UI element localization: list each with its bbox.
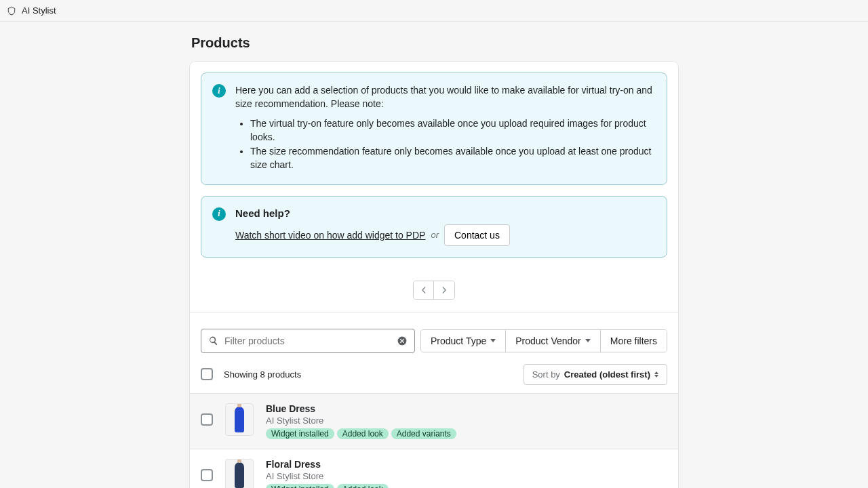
status-badge: Widget installed [266,484,334,488]
product-row[interactable]: Blue DressAI Stylist StoreWidget install… [190,394,678,449]
sort-value: Created (oldest first) [564,369,650,380]
help-banner: i Need help? Watch short video on how ad… [201,196,667,258]
topbar: AI Stylist [0,0,868,22]
sort-prefix: Sort by [532,369,560,380]
product-badges: Widget installedAdded lookAdded variants [266,428,667,439]
product-vendor-label: Product Vendor [515,336,581,346]
help-heading: Need help? [235,207,656,219]
banner-bullets: The virtual try-on feature only becomes … [250,117,656,171]
sort-button[interactable]: Sort by Created (oldest first) [524,364,667,385]
status-badge: Added look [337,428,389,439]
or-text: or [431,230,439,240]
more-filters-button[interactable]: More filters [600,330,667,352]
product-thumbnail [225,403,254,436]
search-icon [208,336,219,346]
product-vendor: AI Stylist Store [266,415,667,426]
product-name: Floral Dress [266,459,667,470]
app-title: AI Stylist [22,5,56,16]
status-badge: Added look [337,484,389,488]
banner-intro: Here you can add a selection of products… [235,84,656,110]
app-icon [7,6,16,16]
watch-video-link[interactable]: Watch short video on how add widget to P… [235,230,425,241]
clear-search-icon[interactable] [397,336,408,346]
status-badge: Added variants [391,428,456,439]
product-row[interactable]: Floral DressAI Stylist StoreWidget insta… [190,449,678,488]
list-subheader: Showing 8 products Sort by Created (olde… [190,361,678,393]
chevron-right-icon [441,287,448,293]
product-name: Blue Dress [266,403,667,414]
status-badge: Widget installed [266,428,334,439]
filter-group: Product Type Product Vendor More filters [420,329,667,352]
search-input-wrap[interactable] [201,329,415,353]
caret-down-icon [490,339,496,342]
page-title: Products [190,35,678,51]
main-card: i Here you can add a selection of produc… [190,62,678,488]
prev-page-button[interactable] [414,281,434,299]
caret-down-icon [585,339,591,342]
next-page-button[interactable] [434,281,454,299]
info-banner: i Here you can add a selection of produc… [201,73,667,185]
showing-count: Showing 8 products [224,369,301,380]
banner-bullet: The size recommendation feature only bec… [250,145,656,171]
more-filters-label: More filters [610,336,657,346]
product-list: Blue DressAI Stylist StoreWidget install… [190,393,678,488]
select-all-checkbox[interactable] [201,368,213,380]
chevron-left-icon [420,287,427,293]
product-thumbnail [225,459,254,488]
filter-products-input[interactable] [224,336,391,346]
product-vendor-filter[interactable]: Product Vendor [505,330,600,352]
contact-us-button[interactable]: Contact us [444,224,510,246]
product-type-filter[interactable]: Product Type [421,330,505,352]
info-icon: i [212,207,226,221]
info-icon: i [212,84,226,98]
product-type-label: Product Type [431,336,486,346]
product-badges: Widget installedAdded look [266,484,667,488]
banner-bullet: The virtual try-on feature only becomes … [250,117,656,144]
pagination [190,268,678,312]
product-vendor: AI Stylist Store [266,471,667,481]
row-checkbox[interactable] [201,469,213,481]
sort-caret-icon [654,371,658,378]
filters-row: Product Type Product Vendor More filters [190,312,678,361]
row-checkbox[interactable] [201,413,213,426]
